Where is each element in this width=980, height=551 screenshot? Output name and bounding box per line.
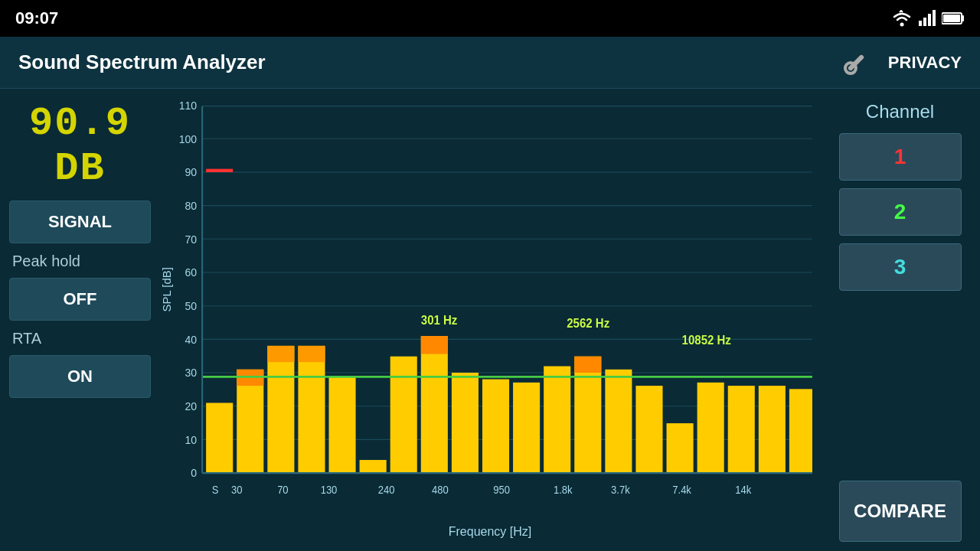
svg-text:40: 40 <box>185 333 198 345</box>
privacy-button[interactable]: PRIVACY <box>888 53 962 73</box>
app-title: Sound Spectrum Analyzer <box>18 51 266 74</box>
svg-rect-6 <box>962 15 964 21</box>
svg-text:20: 20 <box>185 400 198 412</box>
svg-rect-57 <box>697 383 724 473</box>
svg-rect-60 <box>789 389 812 473</box>
svg-rect-56 <box>667 423 694 473</box>
svg-rect-40 <box>267 346 294 362</box>
svg-text:SPL [dB]: SPL [dB] <box>161 267 173 311</box>
status-time: 09:07 <box>15 8 58 28</box>
header-right: PRIVACY <box>839 46 962 80</box>
status-bar: 09:07 <box>0 0 980 37</box>
svg-rect-45 <box>390 357 417 473</box>
svg-rect-39 <box>267 346 294 473</box>
svg-rect-42 <box>298 346 325 362</box>
svg-text:130: 130 <box>321 484 338 495</box>
svg-rect-1 <box>919 21 922 26</box>
svg-text:2562 Hz: 2562 Hz <box>567 317 609 331</box>
wifi-icon <box>891 10 913 27</box>
svg-rect-55 <box>635 386 662 473</box>
svg-rect-52 <box>574 357 601 473</box>
svg-text:60: 60 <box>185 266 198 279</box>
db-display: 90.9 DB <box>9 98 151 194</box>
svg-rect-50 <box>513 383 540 473</box>
svg-rect-44 <box>360 460 387 473</box>
svg-text:80: 80 <box>185 200 198 212</box>
settings-icon[interactable] <box>839 46 873 80</box>
svg-text:3.7k: 3.7k <box>611 484 630 495</box>
svg-point-0 <box>900 23 904 27</box>
header: Sound Spectrum Analyzer PRIVACY <box>0 37 980 89</box>
rta-label: RTA <box>9 327 151 349</box>
compare-button[interactable]: COMPARE <box>839 481 962 542</box>
peak-hold-label: Peak hold <box>9 249 151 272</box>
svg-text:90: 90 <box>185 166 198 178</box>
chart-container: 110 100 90 80 70 60 50 40 30 20 10 0 SPL… <box>160 98 820 522</box>
svg-rect-7 <box>943 15 960 22</box>
signal-icon <box>919 10 936 27</box>
svg-text:10: 10 <box>185 433 198 445</box>
svg-rect-59 <box>759 386 786 473</box>
chart-area: 110 100 90 80 70 60 50 40 30 20 10 0 SPL… <box>160 98 820 542</box>
spectrum-chart: 110 100 90 80 70 60 50 40 30 20 10 0 SPL… <box>160 98 820 522</box>
frequency-axis-label: Frequency [Hz] <box>160 522 820 542</box>
svg-text:50: 50 <box>185 300 198 312</box>
svg-text:480: 480 <box>432 484 449 495</box>
svg-rect-54 <box>605 370 632 473</box>
svg-text:70: 70 <box>185 233 198 245</box>
main-content: 90.9 DB SIGNAL Peak hold OFF RTA ON <box>0 89 980 551</box>
svg-rect-58 <box>728 386 755 473</box>
svg-text:70: 70 <box>277 484 288 495</box>
svg-rect-46 <box>421 336 448 473</box>
svg-text:30: 30 <box>185 367 198 379</box>
svg-text:10852 Hz: 10852 Hz <box>682 333 732 347</box>
svg-rect-53 <box>574 357 601 373</box>
signal-button[interactable]: SIGNAL <box>9 201 151 243</box>
svg-rect-49 <box>482 380 509 474</box>
svg-rect-48 <box>452 373 479 473</box>
channel-label: Channel <box>866 98 934 126</box>
svg-text:950: 950 <box>493 484 510 495</box>
svg-rect-3 <box>928 14 931 26</box>
svg-rect-4 <box>933 10 936 26</box>
svg-rect-2 <box>923 18 926 26</box>
channel-3-button[interactable]: 3 <box>839 243 962 291</box>
svg-text:240: 240 <box>378 484 395 495</box>
svg-text:7.4k: 7.4k <box>672 484 691 495</box>
left-panel: 90.9 DB SIGNAL Peak hold OFF RTA ON <box>9 98 151 542</box>
svg-text:30: 30 <box>231 484 242 495</box>
channel-1-button[interactable]: 1 <box>839 133 962 181</box>
svg-text:S: S <box>212 484 219 495</box>
svg-rect-43 <box>329 376 356 473</box>
svg-rect-61 <box>206 169 233 172</box>
svg-text:14k: 14k <box>735 484 751 495</box>
battery-icon <box>942 11 965 25</box>
svg-rect-36 <box>206 403 233 473</box>
right-panel: Channel 1 2 3 COMPARE <box>829 98 971 542</box>
svg-text:1.8k: 1.8k <box>554 484 573 495</box>
on-button[interactable]: ON <box>9 355 151 398</box>
off-button[interactable]: OFF <box>9 278 151 321</box>
svg-rect-51 <box>544 367 570 474</box>
status-icons <box>891 10 965 27</box>
svg-text:301 Hz: 301 Hz <box>421 314 458 328</box>
svg-rect-41 <box>298 346 325 473</box>
svg-rect-47 <box>421 336 448 354</box>
svg-text:110: 110 <box>179 99 197 112</box>
svg-text:0: 0 <box>191 467 197 479</box>
svg-text:100: 100 <box>179 132 197 145</box>
channel-2-button[interactable]: 2 <box>839 188 962 236</box>
